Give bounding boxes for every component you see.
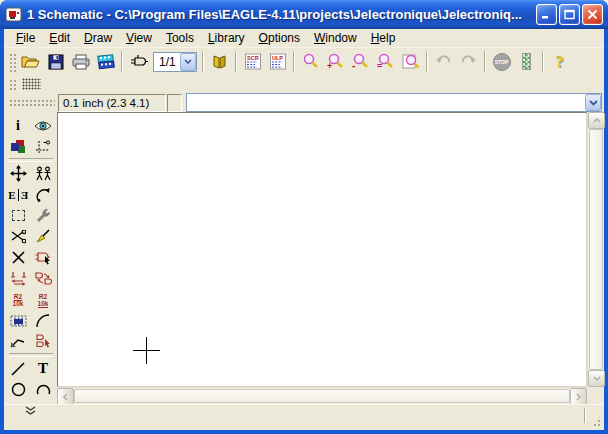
tool-gateswap[interactable]	[31, 268, 55, 289]
board-button[interactable]	[126, 50, 151, 73]
layers-icon	[10, 139, 26, 154]
wire-line-icon	[11, 362, 25, 376]
tool-arc[interactable]	[31, 379, 55, 400]
help-button[interactable]: ?	[547, 50, 572, 73]
chevron-right-icon	[576, 393, 581, 401]
undo-button[interactable]	[431, 50, 456, 73]
svg-text:SCR: SCR	[247, 55, 259, 61]
tool-paste[interactable]	[31, 226, 55, 247]
status-bar	[4, 404, 604, 430]
scroll-up-button[interactable]	[588, 112, 605, 129]
scroll-right-button[interactable]	[570, 388, 587, 405]
menu-view[interactable]: View	[119, 30, 159, 47]
tool-display[interactable]	[6, 136, 30, 157]
chevron-down-icon	[589, 100, 598, 106]
redo-icon	[460, 55, 477, 68]
tool-change[interactable]	[31, 205, 55, 226]
smash-icon	[10, 314, 27, 328]
command-line-arrow[interactable]	[585, 94, 601, 111]
vertical-scrollbar[interactable]	[587, 112, 604, 387]
menu-tools[interactable]: Tools	[159, 30, 201, 47]
tool-miter[interactable]	[31, 310, 55, 331]
tool-cut[interactable]	[6, 226, 30, 247]
maximize-icon	[564, 9, 575, 20]
zoom-out-button[interactable]: -	[348, 50, 373, 73]
minimize-button[interactable]	[536, 4, 557, 25]
schematic-canvas[interactable]	[57, 112, 587, 387]
tool-wire[interactable]	[6, 358, 30, 379]
tool-invoke[interactable]	[31, 331, 55, 352]
tool-value[interactable]: R2 10k	[31, 289, 55, 310]
save-button[interactable]	[43, 50, 68, 73]
menu-draw[interactable]: Draw	[77, 30, 119, 47]
app-icon	[6, 7, 22, 23]
print-button[interactable]	[68, 50, 93, 73]
scroll-down-button[interactable]	[588, 370, 605, 387]
toolbar-grip[interactable]	[8, 52, 16, 72]
tool-circle[interactable]	[6, 379, 30, 400]
zoom-redraw-button[interactable]	[398, 50, 423, 73]
close-button[interactable]	[582, 4, 603, 25]
tool-split[interactable]	[6, 331, 30, 352]
run-script-button[interactable]: SCR	[240, 50, 265, 73]
grid-button[interactable]	[18, 76, 44, 92]
tool-add[interactable]	[31, 247, 55, 268]
main-area: i	[4, 112, 604, 404]
library-button[interactable]	[207, 50, 232, 73]
horizontal-scrollbar[interactable]	[57, 387, 587, 404]
go-button[interactable]	[514, 50, 539, 73]
pinswap-icon	[10, 271, 27, 286]
tool-copy[interactable]	[31, 163, 55, 184]
menu-file[interactable]: File	[9, 30, 42, 47]
command-line-input[interactable]	[187, 94, 585, 111]
tool-pinswap[interactable]	[6, 268, 30, 289]
mirror-icon: EE	[8, 189, 28, 201]
stop-button[interactable]: STOP	[489, 50, 514, 73]
library-book-icon	[211, 54, 228, 70]
tool-rotate[interactable]	[31, 184, 55, 205]
sheet-selector-arrow[interactable]	[180, 53, 196, 71]
zoom-redraw-icon	[402, 53, 420, 70]
cam-processor-button[interactable]	[93, 50, 118, 73]
chevron-down-icon	[593, 376, 601, 381]
tool-show[interactable]	[31, 115, 55, 136]
zoom-in-icon: +	[327, 53, 344, 70]
tool-name[interactable]: R2 10k	[6, 289, 30, 310]
tool-mark[interactable]	[31, 136, 55, 157]
run-ulp-button[interactable]: ULP	[265, 50, 290, 73]
vertical-scroll-thumb[interactable]	[589, 129, 603, 370]
menu-library[interactable]: Library	[201, 30, 252, 47]
gateswap-icon	[35, 271, 52, 286]
tool-info[interactable]: i	[6, 115, 30, 136]
wrench-icon	[36, 208, 51, 223]
scroll-left-button[interactable]	[57, 388, 74, 405]
menu-options[interactable]: Options	[252, 30, 307, 47]
open-button[interactable]	[18, 50, 43, 73]
menu-help[interactable]: Help	[364, 30, 403, 47]
maximize-button[interactable]	[559, 4, 580, 25]
tool-group[interactable]	[6, 205, 30, 226]
zoom-fit-button[interactable]	[298, 50, 323, 73]
horizontal-scroll-thumb[interactable]	[74, 389, 570, 403]
tool-text[interactable]: T	[31, 358, 55, 379]
zoom-in-button[interactable]: +	[323, 50, 348, 73]
toolbar-grip[interactable]	[8, 78, 16, 91]
tool-delete[interactable]	[6, 247, 30, 268]
menu-window[interactable]: Window	[307, 30, 364, 47]
tool-mirror[interactable]: EE	[6, 184, 30, 205]
zoom-fit-icon	[302, 53, 319, 70]
chevron-left-icon	[63, 393, 68, 401]
menu-edit[interactable]: Edit	[42, 30, 77, 47]
toolbar-grip[interactable]	[9, 99, 55, 106]
command-line-combo[interactable]	[186, 93, 602, 112]
redo-button[interactable]	[456, 50, 481, 73]
arc-icon	[36, 382, 51, 397]
invoke-gates-icon	[35, 334, 52, 349]
resize-grip[interactable]	[589, 415, 602, 428]
circle-icon	[11, 382, 26, 397]
zoom-select-button[interactable]: =	[373, 50, 398, 73]
tool-smash[interactable]	[6, 310, 30, 331]
sheet-selector[interactable]: 1/1	[153, 52, 197, 72]
move-arrows-icon	[10, 165, 27, 182]
tool-move[interactable]	[6, 163, 30, 184]
